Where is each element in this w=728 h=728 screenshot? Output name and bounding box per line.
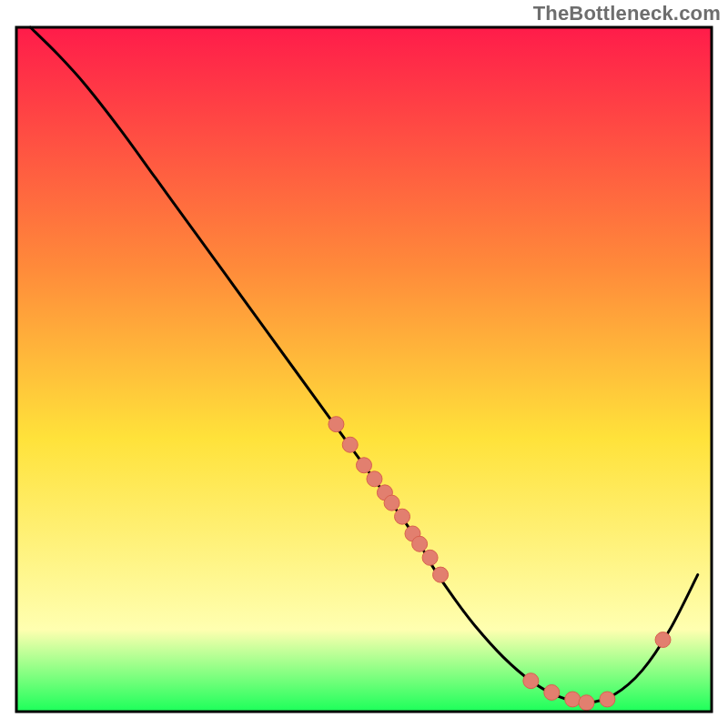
curve-marker [422,550,438,565]
curve-marker [395,509,410,524]
curve-marker [433,567,449,582]
curve-marker [384,495,399,511]
curve-marker [544,684,560,700]
watermark-label: TheBottleneck.com [533,2,721,25]
bottleneck-chart [0,0,728,728]
curve-marker [412,536,428,551]
curve-marker [523,673,539,689]
curve-marker [329,417,344,432]
curve-marker [367,471,382,487]
curve-marker [342,437,358,452]
curve-marker [600,692,615,707]
chart-stage: TheBottleneck.com [0,0,728,728]
curve-marker [579,695,594,711]
curve-marker [655,632,671,648]
curve-marker [565,692,581,707]
curve-marker [357,458,372,473]
